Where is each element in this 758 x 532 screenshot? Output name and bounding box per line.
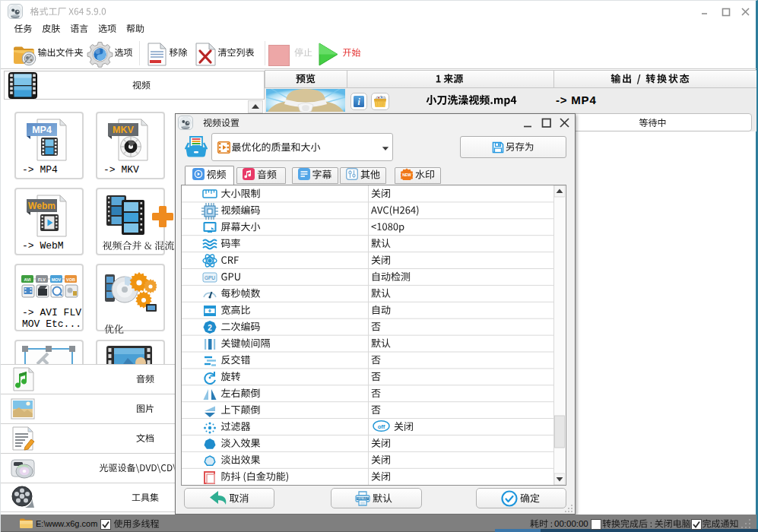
svg-text:MP4: MP4	[32, 125, 52, 135]
svg-text:2: 2	[208, 324, 212, 332]
svg-text:MOV: MOV	[52, 277, 62, 282]
svg-text:off: off	[378, 423, 385, 430]
svg-text:NEW: NEW	[402, 173, 411, 177]
svg-text:FLV: FLV	[38, 277, 46, 282]
svg-text:MKV: MKV	[113, 125, 134, 135]
svg-text:Webm: Webm	[28, 201, 56, 211]
svg-text:GPU: GPU	[205, 275, 215, 280]
svg-text:AVI: AVI	[24, 277, 31, 282]
svg-text:VOB: VOB	[66, 277, 75, 282]
